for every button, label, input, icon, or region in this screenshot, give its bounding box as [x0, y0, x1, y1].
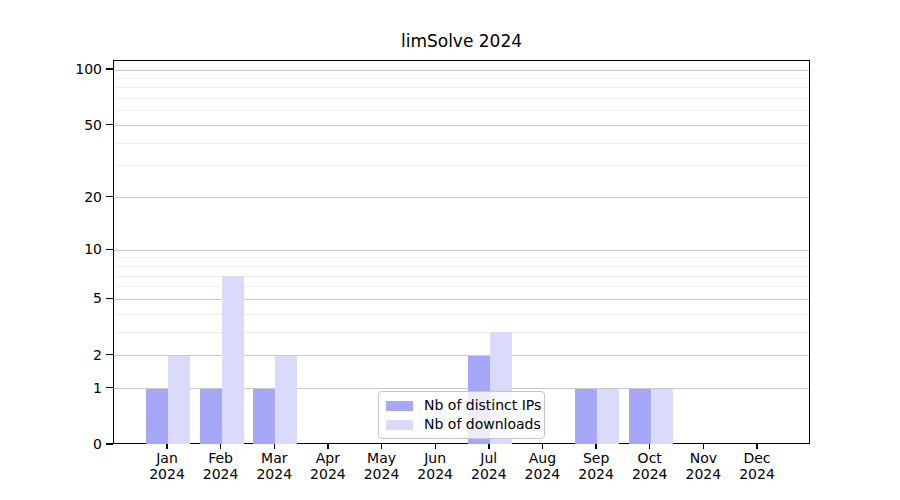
y-axis-tick — [106, 124, 113, 125]
y-axis-tick — [106, 68, 113, 69]
x-axis-tick — [274, 444, 275, 449]
gridline-minor — [114, 286, 809, 287]
month-label: Jan — [139, 451, 195, 467]
gridline-major — [114, 70, 809, 71]
month-label: Feb — [193, 451, 249, 467]
gridline-minor — [114, 78, 809, 79]
x-axis-tick — [220, 444, 221, 449]
year-label: 2024 — [300, 467, 356, 483]
gridline-major — [114, 125, 809, 126]
chart-title: limSolve 2024 — [113, 31, 810, 51]
legend-item-downloads: Nb of downloads — [386, 417, 537, 432]
bar-downloads — [275, 356, 297, 444]
x-axis-tick-label: Jul2024 — [461, 451, 517, 482]
bar-distinct-ips — [253, 389, 275, 444]
year-label: 2024 — [568, 467, 624, 483]
y-axis-tick — [106, 387, 113, 388]
plot-area — [113, 60, 810, 444]
month-label: Jul — [461, 451, 517, 467]
legend-label-distinct-ips: Nb of distinct IPs — [424, 398, 541, 413]
x-axis-tick-label: Apr2024 — [300, 451, 356, 482]
year-label: 2024 — [246, 467, 302, 483]
month-label: Aug — [514, 451, 570, 467]
figure: limSolve 2024 0125102050100Jan2024Feb202… — [0, 0, 900, 500]
x-axis-tick-label: Nov2024 — [675, 451, 731, 482]
y-axis-tick-label: 5 — [58, 290, 102, 306]
legend-swatch-distinct-ips — [386, 401, 413, 411]
x-axis-tick — [756, 444, 757, 449]
x-axis-tick — [435, 444, 436, 449]
bar-downloads — [651, 389, 673, 444]
gridline-minor — [114, 314, 809, 315]
gridline-major — [114, 299, 809, 300]
month-label: Dec — [729, 451, 785, 467]
legend: Nb of distinct IPs Nb of downloads — [378, 391, 545, 439]
gridline-minor — [114, 332, 809, 333]
y-axis-tick-label: 20 — [58, 189, 102, 205]
bar-distinct-ips — [629, 389, 651, 444]
x-axis-tick — [649, 444, 650, 449]
bar-distinct-ips — [146, 389, 168, 444]
year-label: 2024 — [675, 467, 731, 483]
month-label: Nov — [675, 451, 731, 467]
gridline-minor — [114, 110, 809, 111]
year-label: 2024 — [461, 467, 517, 483]
y-axis-tick-label: 0 — [58, 436, 102, 452]
month-label: Jun — [407, 451, 463, 467]
y-axis-tick — [106, 443, 113, 444]
gridline-major — [114, 355, 809, 356]
x-axis-tick-label: Aug2024 — [514, 451, 570, 482]
gridline-minor — [114, 87, 809, 88]
month-label: Apr — [300, 451, 356, 467]
bar-downloads — [597, 389, 619, 444]
gridline-minor — [114, 98, 809, 99]
gridline-major — [114, 250, 809, 251]
bar-downloads — [168, 356, 190, 444]
year-label: 2024 — [622, 467, 678, 483]
x-axis-tick-label: Sep2024 — [568, 451, 624, 482]
gridline-minor — [114, 276, 809, 277]
x-axis-tick — [166, 444, 167, 449]
y-axis-tick — [106, 249, 113, 250]
y-axis-tick-label: 100 — [58, 61, 102, 77]
y-axis-tick-label: 1 — [58, 380, 102, 396]
month-label: May — [354, 451, 410, 467]
gridline-minor — [114, 257, 809, 258]
month-label: Sep — [568, 451, 624, 467]
bar-distinct-ips — [575, 389, 597, 444]
bar-distinct-ips — [200, 389, 222, 444]
legend-item-distinct-ips: Nb of distinct IPs — [386, 398, 537, 413]
x-axis-tick — [327, 444, 328, 449]
y-axis-tick — [106, 298, 113, 299]
x-axis-tick-label: May2024 — [354, 451, 410, 482]
year-label: 2024 — [193, 467, 249, 483]
y-axis-tick — [106, 354, 113, 355]
y-axis-tick-label: 50 — [58, 117, 102, 133]
bar-downloads — [222, 276, 244, 444]
gridline-minor — [114, 266, 809, 267]
x-axis-tick-label: Oct2024 — [622, 451, 678, 482]
y-axis-tick — [106, 196, 113, 197]
year-label: 2024 — [354, 467, 410, 483]
year-label: 2024 — [407, 467, 463, 483]
x-axis-tick-label: Jan2024 — [139, 451, 195, 482]
month-label: Oct — [622, 451, 678, 467]
year-label: 2024 — [514, 467, 570, 483]
y-axis-tick-label: 2 — [58, 347, 102, 363]
y-axis-tick-label: 10 — [58, 241, 102, 257]
gridline-minor — [114, 165, 809, 166]
x-axis-tick — [488, 444, 489, 449]
x-axis-tick-label: Jun2024 — [407, 451, 463, 482]
year-label: 2024 — [729, 467, 785, 483]
x-axis-tick-label: Mar2024 — [246, 451, 302, 482]
year-label: 2024 — [139, 467, 195, 483]
x-axis-tick — [542, 444, 543, 449]
x-axis-tick — [595, 444, 596, 449]
legend-label-downloads: Nb of downloads — [424, 417, 541, 432]
x-axis-tick-label: Feb2024 — [193, 451, 249, 482]
gridline-major — [114, 197, 809, 198]
x-axis-tick — [703, 444, 704, 449]
x-axis-tick-label: Dec2024 — [729, 451, 785, 482]
gridline-minor — [114, 143, 809, 144]
x-axis-tick — [381, 444, 382, 449]
